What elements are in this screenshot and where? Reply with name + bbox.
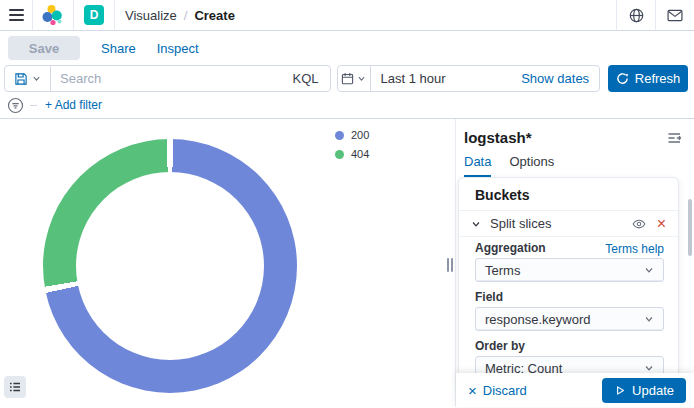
header-right-section <box>616 0 694 30</box>
chart-area: 200 404 <box>0 119 456 407</box>
refresh-label: Refresh <box>635 71 681 86</box>
collapse-panel-button[interactable] <box>667 131 682 145</box>
discard-button[interactable]: × Discard <box>468 383 527 398</box>
help-globe-button[interactable] <box>617 0 655 30</box>
buckets-card: Buckets Split slices × <box>458 177 679 389</box>
panel-header: logstash* <box>456 119 694 146</box>
legend-dot-200 <box>335 131 344 140</box>
space-avatar[interactable]: D <box>84 5 104 25</box>
aggregation-select[interactable]: Terms <box>475 258 664 282</box>
main-content: 200 404 logstash* <box>0 119 694 407</box>
order-by-label: Order by <box>475 340 525 353</box>
kibana-visualize-app: D Visualize / Create Save Share Ins <box>0 0 694 408</box>
remove-bucket-button[interactable]: × <box>657 216 666 232</box>
legend-item-404[interactable]: 404 <box>335 148 369 160</box>
tab-options[interactable]: Options <box>509 154 554 177</box>
breadcrumb-create: Create <box>194 8 234 23</box>
visualize-toolbar: Save Share Inspect <box>0 31 694 65</box>
chart-legend: 200 404 <box>335 129 369 160</box>
search-input-group: KQL <box>4 65 331 92</box>
query-bar: KQL Last 1 hour Show dates Refresh <box>0 65 694 92</box>
filter-menu-button[interactable] <box>7 97 24 114</box>
split-slices-label: Split slices <box>490 216 551 231</box>
date-quick-select-button[interactable] <box>338 66 371 91</box>
eye-icon <box>632 217 646 231</box>
list-icon <box>9 381 21 393</box>
header-divider <box>114 0 115 30</box>
field-select[interactable]: response.keyword <box>475 307 664 331</box>
panel-resize-handle[interactable] <box>445 255 455 275</box>
save-button[interactable]: Save <box>8 36 80 60</box>
chevron-down-icon <box>644 265 654 275</box>
bucket-settings: Aggregation Terms help Terms Field respo… <box>459 237 678 380</box>
panel-footer: × Discard Update <box>456 373 694 407</box>
filter-bar: + Add filter <box>0 92 694 119</box>
refresh-button[interactable]: Refresh <box>608 65 688 92</box>
legend-label: 404 <box>351 148 369 160</box>
legend-toggle-button[interactable] <box>4 376 26 398</box>
update-button[interactable]: Update <box>602 378 686 403</box>
share-button[interactable]: Share <box>101 41 136 56</box>
inspect-button[interactable]: Inspect <box>157 41 199 56</box>
saved-query-menu-button[interactable] <box>5 66 51 91</box>
index-pattern-title: logstash* <box>464 129 532 146</box>
elastic-logo-icon <box>42 4 64 26</box>
add-filter-button[interactable]: + Add filter <box>45 98 102 112</box>
show-dates-button[interactable]: Show dates <box>521 71 599 86</box>
aggregation-label: Aggregation <box>475 242 546 255</box>
chevron-down-icon <box>357 74 366 83</box>
close-icon: × <box>468 383 477 398</box>
legend-item-200[interactable]: 200 <box>335 129 369 141</box>
calendar-icon <box>341 72 354 85</box>
elastic-logo[interactable] <box>33 0 73 30</box>
legend-label: 200 <box>351 129 369 141</box>
play-icon <box>614 384 626 397</box>
breadcrumb: Visualize / Create <box>125 8 235 23</box>
time-range-value[interactable]: Last 1 hour <box>371 71 522 86</box>
panel-tabs: Data Options <box>456 146 694 177</box>
split-slices-accordion[interactable]: Split slices × <box>459 210 678 237</box>
chevron-down-icon <box>32 74 41 83</box>
newsfeed-button[interactable] <box>656 0 694 30</box>
legend-dot-404 <box>335 150 344 159</box>
chevron-down-icon <box>644 363 654 373</box>
breadcrumb-separator: / <box>184 8 188 23</box>
query-language-toggle[interactable]: KQL <box>293 71 330 86</box>
breadcrumb-visualize[interactable]: Visualize <box>125 8 177 23</box>
tab-data[interactable]: Data <box>464 154 491 177</box>
envelope-icon <box>667 9 683 22</box>
donut-chart[interactable] <box>43 139 297 393</box>
search-input[interactable] <box>51 66 293 91</box>
field-label: Field <box>475 291 503 304</box>
menu-right-icon <box>667 131 682 145</box>
toggle-visibility-button[interactable] <box>632 217 646 231</box>
filter-icon <box>7 97 24 114</box>
app-header: D Visualize / Create <box>0 0 694 31</box>
save-query-icon <box>14 72 28 86</box>
update-label: Update <box>632 383 674 398</box>
refresh-icon <box>616 72 629 85</box>
field-value: response.keyword <box>485 312 591 327</box>
panel-scrollbar[interactable] <box>688 199 692 256</box>
chevron-down-icon <box>644 314 654 324</box>
date-picker: Last 1 hour Show dates <box>337 65 601 92</box>
header-divider <box>73 0 74 30</box>
chevron-down-icon <box>471 219 481 229</box>
discard-label: Discard <box>483 383 527 398</box>
globe-icon <box>629 8 644 23</box>
terms-help-link[interactable]: Terms help <box>605 242 664 256</box>
filter-bar-dash <box>30 105 37 106</box>
menu-hamburger-icon[interactable] <box>0 0 32 30</box>
aggregation-value: Terms <box>485 263 520 278</box>
visualization-editor-panel: logstash* Data Options Buckets <box>456 119 694 407</box>
buckets-title: Buckets <box>459 178 678 210</box>
